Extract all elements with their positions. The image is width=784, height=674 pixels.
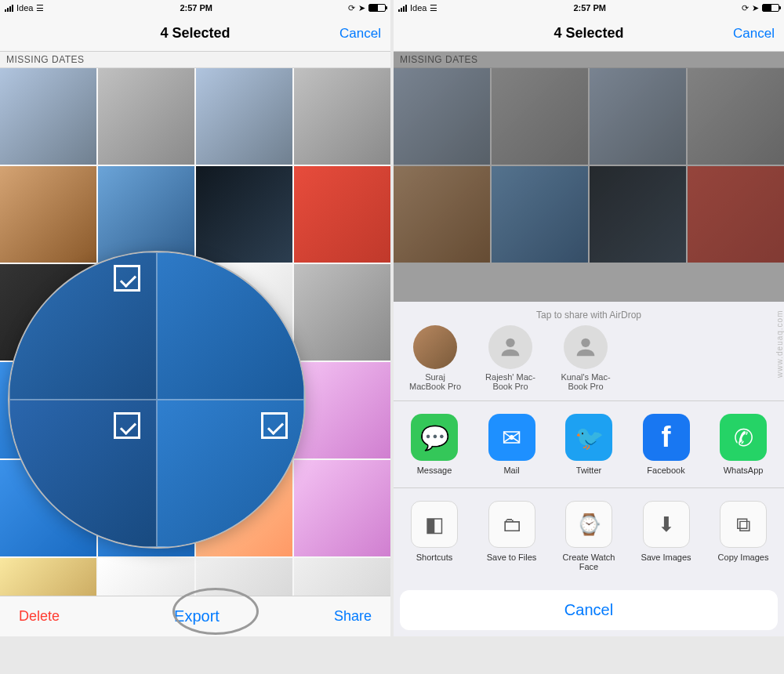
status-bar: Idea ☰ 2:57 PM ⟳ ➤ [0,0,390,16]
status-time: 2:57 PM [180,3,212,13]
app-label: Facebook [637,466,696,475]
checkmark-icon [114,265,140,292]
share-sheet-cancel-button[interactable]: Cancel [400,590,778,630]
photo-thumbnail[interactable] [196,68,292,165]
shortcuts-icon: ◧ [411,501,458,548]
checkmark-icon [114,412,140,439]
cancel-button[interactable]: Cancel [733,26,775,42]
action-copy-images[interactable]: ⧉ Copy Images [713,501,773,571]
cellular-signal-icon [5,5,13,12]
wifi-icon: ☰ [36,3,44,13]
share-app-whatsapp[interactable]: ✆ WhatsApp [713,414,773,475]
airdrop-header: Tap to share with AirDrop [394,302,784,325]
status-bar: Idea ☰ 2:57 PM ⟳ ➤ [394,0,784,16]
location-icon: ➤ [752,3,759,13]
app-label: Mail [482,466,542,475]
cellular-signal-icon [398,5,407,12]
app-label: WhatsApp [713,466,773,475]
action-save-to-files[interactable]: 🗀 Save to Files [482,501,542,571]
section-header: MISSING DATES [0,52,390,68]
action-label: Save Images [637,553,696,562]
carrier-label: Idea [410,3,426,13]
share-actions-row: ◧ Shortcuts 🗀 Save to Files ⌚ Create Wat… [394,487,784,584]
share-app-facebook[interactable]: f Facebook [637,414,696,475]
orientation-lock-icon: ⟳ [742,3,749,13]
toolbar: Delete Export Share [0,596,390,636]
status-time: 2:57 PM [573,3,606,13]
watch-icon: ⌚ [565,501,612,548]
photo-thumbnail[interactable] [294,68,390,165]
photo-thumbnail[interactable] [294,166,390,263]
airdrop-name: Rajesh' Mac- [480,372,541,382]
whatsapp-icon: ✆ [720,414,767,461]
airdrop-device: Book Pro [555,382,616,391]
watermark: www.deuaq.com [775,310,784,378]
action-shortcuts[interactable]: ◧ Shortcuts [405,501,464,571]
photo-thumbnail[interactable] [294,264,390,361]
mail-icon: ✉ [488,414,535,461]
avatar-icon [413,325,457,369]
nav-title: 4 Selected [554,25,623,42]
share-app-mail[interactable]: ✉ Mail [482,414,542,475]
message-icon: 💬 [411,414,458,461]
photo-thumbnail[interactable] [294,460,390,556]
app-label: Twitter [559,466,619,475]
action-save-images[interactable]: ⬇ Save Images [637,501,696,571]
delete-button[interactable]: Delete [19,608,60,625]
phone-right: Idea ☰ 2:57 PM ⟳ ➤ 4 Selected Cancel MIS… [394,0,784,636]
avatar-icon [488,325,532,369]
twitter-icon: 🐦 [565,414,612,461]
share-sheet: Tap to share with AirDrop Suraj MacBook … [394,302,784,636]
battery-icon [762,4,779,12]
facebook-icon: f [643,414,690,461]
action-label: Copy Images [713,553,773,562]
app-label: Message [405,466,464,475]
avatar-icon [564,325,608,369]
wifi-icon: ☰ [430,3,437,13]
share-button[interactable]: Share [334,608,372,625]
checkmark-icon [261,412,288,439]
svg-point-1 [581,339,590,347]
action-create-watch-face[interactable]: ⌚ Create Watch Face [559,501,619,571]
navigation-bar: 4 Selected Cancel [0,16,390,52]
svg-point-0 [506,339,514,347]
photo-thumbnail[interactable] [0,68,96,165]
airdrop-target[interactable]: Kunal's Mac- Book Pro [555,325,616,391]
photo-thumbnail[interactable] [98,68,194,165]
location-icon: ➤ [358,3,365,13]
photo-thumbnail[interactable] [98,166,194,263]
airdrop-target[interactable]: Rajesh' Mac- Book Pro [480,325,541,391]
airdrop-name: Suraj [405,372,466,382]
airdrop-target[interactable]: Suraj MacBook Pro [405,325,466,391]
airdrop-row: Suraj MacBook Pro Rajesh' Mac- Book Pro … [394,325,784,401]
photo-thumbnail[interactable] [196,166,292,263]
photo-thumbnail[interactable] [0,166,96,263]
orientation-lock-icon: ⟳ [348,3,355,13]
airdrop-name: Kunal's Mac- [555,372,616,382]
action-label: Save to Files [482,553,542,562]
cancel-button[interactable]: Cancel [339,26,381,42]
battery-icon [368,4,386,12]
carrier-label: Idea [16,3,33,13]
airdrop-device: MacBook Pro [405,382,466,391]
copy-icon: ⧉ [720,501,767,548]
phone-left: Idea ☰ 2:57 PM ⟳ ➤ 4 Selected Cancel MIS… [0,0,390,636]
action-label: Shortcuts [405,553,464,562]
action-label: Create Watch Face [559,553,619,571]
share-app-message[interactable]: 💬 Message [405,414,464,475]
folder-icon: 🗀 [488,501,535,548]
share-app-twitter[interactable]: 🐦 Twitter [559,414,619,475]
export-button[interactable]: Export [174,607,220,625]
magnifier-highlight [8,251,306,549]
nav-title: 4 Selected [160,25,230,42]
share-apps-row: 💬 Message ✉ Mail 🐦 Twitter f Facebook ✆ [394,401,784,487]
airdrop-device: Book Pro [480,382,541,391]
download-icon: ⬇ [643,501,690,548]
navigation-bar: 4 Selected Cancel [394,16,784,52]
photo-thumbnail[interactable] [294,362,390,458]
